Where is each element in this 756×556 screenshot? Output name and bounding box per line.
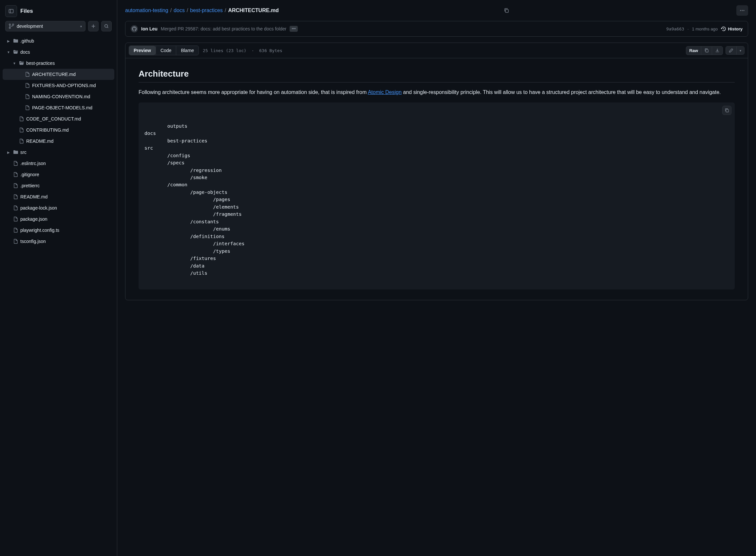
download-button[interactable] [712,46,723,55]
file-actions: Raw ▾ [686,46,745,55]
breadcrumb-current: ARCHITECTURE.md [228,7,279,13]
tree-item[interactable]: CONTRIBUTING.md [3,125,114,136]
tree-item-label: NAMING-CONVENTION.md [32,94,90,99]
tree-item-label: .eslintrc.json [20,161,46,166]
tree-item-label: ARCHITECTURE.md [32,72,76,77]
caret-down-icon: ▾ [80,25,82,28]
file-icon [13,228,18,233]
breadcrumb-link[interactable]: best-practices [190,7,223,13]
edit-dropdown-button[interactable]: ▾ [736,46,744,55]
tree-item-label: README.md [26,139,54,144]
chevron-icon [6,229,11,232]
branch-row: development ▾ [3,21,114,35]
history-button[interactable]: History [721,26,743,31]
tree-item[interactable]: ▼docs [3,46,114,58]
edit-button[interactable] [726,46,736,55]
tree-item-label: tsconfig.json [20,239,46,244]
branch-selector[interactable]: development ▾ [5,21,85,31]
tab-code[interactable]: Code [156,46,176,55]
chevron-icon [18,95,23,99]
svg-point-4 [105,25,108,28]
file-icon [13,216,18,222]
svg-rect-11 [726,109,728,112]
breadcrumb-link[interactable]: automation-testing [125,7,168,13]
tab-blame[interactable]: Blame [176,46,199,55]
sidebar: Files development ▾ ▶.github▼docs▼best-p… [0,0,117,556]
tree-item[interactable]: README.md [3,136,114,147]
chevron-icon [12,128,17,132]
folder-icon [13,49,18,55]
history-icon [721,26,726,31]
tree-item[interactable]: .eslintrc.json [3,158,114,169]
tree-item-label: .prettierrc [20,183,40,188]
tab-preview[interactable]: Preview [129,46,156,55]
file-tree: ▶.github▼docs▼best-practices ARCHITECTUR… [3,35,114,252]
raw-button[interactable]: Raw [686,46,701,55]
file-icon [19,139,24,144]
svg-rect-0 [9,9,13,13]
tree-item[interactable]: README.md [3,191,114,202]
git-branch-icon [9,24,14,29]
markdown-body: Architecture Following architecture seem… [126,58,748,300]
file-icon [25,94,30,99]
folder-icon [13,38,18,43]
chevron-icon [6,195,11,199]
commit-message[interactable]: Merged PR 29587: docs: add best practice… [161,26,286,31]
tree-item[interactable]: ▶.github [3,35,114,46]
author-avatar[interactable] [131,25,138,32]
chevron-icon: ▼ [6,50,11,54]
chevron-icon [12,117,17,121]
tree-item-label: CONTRIBUTING.md [26,127,69,133]
chevron-icon [6,206,11,210]
tree-item[interactable]: .gitignore [3,169,114,180]
commit-expand-button[interactable]: ••• [289,26,298,32]
chevron-icon [18,106,23,110]
chevron-icon [18,84,23,88]
breadcrumb: automation-testing/docs/best-practices/A… [125,7,279,13]
tree-item[interactable]: CODE_OF_CONDUCT.md [3,113,114,125]
more-options-button[interactable] [736,5,748,16]
tree-item[interactable]: package-lock.json [3,202,114,213]
tree-item[interactable]: ▼best-practices [3,58,114,69]
breadcrumb-link[interactable]: docs [174,7,185,13]
tree-item[interactable]: package.json [3,213,114,224]
commit-author[interactable]: Ion Leu [141,26,158,31]
file-icon [13,205,18,211]
code-block: outputs docs best-practices src /configs… [139,103,735,289]
copy-path-button[interactable] [502,6,511,15]
commit-sep: · [688,27,689,31]
chevron-icon: ▼ [12,62,17,65]
tree-item[interactable]: PAGE-OBJECT-MODELS.md [3,102,114,113]
tree-item-label: .github [20,38,34,43]
add-file-button[interactable] [88,21,99,31]
tree-item-label: src [20,150,27,155]
tree-item[interactable]: .prettierrc [3,180,114,191]
chevron-icon [6,217,11,221]
search-files-button[interactable] [101,21,112,31]
tree-item[interactable]: ▶src [3,147,114,158]
tree-item-label: package-lock.json [20,205,57,211]
file-header: Preview Code Blame 25 lines (23 loc) · 6… [126,43,748,58]
atomic-design-link[interactable]: Atomic Design [368,90,402,95]
file-icon [19,116,24,121]
tree-item-label: PAGE-OBJECT-MODELS.md [32,105,92,110]
file-meta: 25 lines (23 loc) · 636 Bytes [203,48,282,53]
tree-item[interactable]: ARCHITECTURE.md [3,69,114,80]
doc-heading: Architecture [139,69,735,82]
copy-raw-button[interactable] [701,46,712,55]
commit-time: 1 months ago [692,27,718,31]
commit-sha[interactable]: 9a9a663 [666,27,684,31]
chevron-icon [6,173,11,176]
side-panel-toggle-button[interactable] [5,5,17,17]
raw-group: Raw [686,46,723,55]
tree-item[interactable]: playwright.config.ts [3,224,114,236]
tree-item[interactable]: NAMING-CONVENTION.md [3,91,114,102]
file-icon [13,161,18,166]
svg-point-8 [742,10,743,11]
tree-item[interactable]: FIXTURES-AND-OPTIONS.md [3,80,114,91]
tree-item-label: CODE_OF_CONDUCT.md [26,116,81,121]
svg-point-7 [740,10,741,11]
copy-code-button[interactable] [722,106,731,115]
tree-item[interactable]: tsconfig.json [3,236,114,247]
sidebar-header: Files [3,5,114,21]
